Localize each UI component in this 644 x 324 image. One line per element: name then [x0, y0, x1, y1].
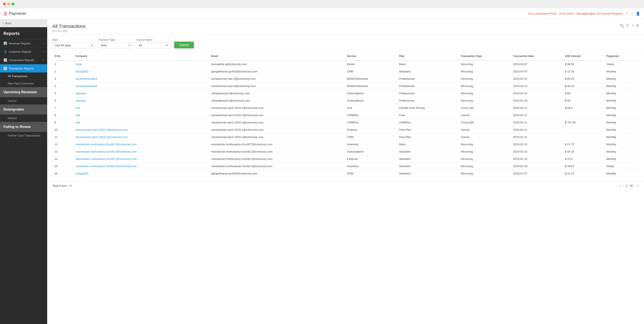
cell-date: 2019-02-11 [511, 126, 563, 133]
sidebar-sub-partner-card[interactable]: Partner Card Transactions [0, 132, 47, 139]
prev-page-icon[interactable]: ‹ [623, 184, 624, 187]
cell-company[interactable]: ramankumardec5 [73, 75, 209, 82]
cell-service: CRM [345, 170, 397, 177]
cell-company[interactable]: eqwwqe [73, 97, 209, 104]
cell-date: 2019-02-22 [511, 75, 563, 82]
sidebar-sub-cancel[interactable]: Cancel [0, 97, 47, 105]
sidebar-sub-refund[interactable]: Refund [0, 115, 47, 122]
col-usd-amount: USD Amount [563, 52, 604, 60]
sidebar-item-revenue-reports[interactable]: 📊 Revenue Reports › [0, 39, 47, 47]
cell-company[interactable]: asd [73, 112, 209, 119]
cell-company[interactable]: ramankumar+jan2.2019.1@zohocorp.com [73, 133, 209, 141]
customer-reports-icon: 👤 [4, 50, 7, 53]
cell-company[interactable]: mariselvam.muthusamy+2oct917@zohocorp.co… [73, 148, 209, 155]
cell-sno: 11 [52, 133, 73, 141]
minimize-button[interactable] [7, 2, 10, 5]
refresh-icon[interactable]: ↻ [626, 23, 629, 28]
window-icon[interactable]: □ [631, 12, 633, 16]
cell-company[interactable]: frssw [73, 60, 209, 68]
cell-payperiod: Monthly [604, 141, 639, 148]
cell-email: mariselvam.muthusamy+2oct917@zohocorp.co… [209, 155, 345, 163]
comparison-reports-icon: 📈 [4, 58, 7, 62]
table-row: 12 mariselvam.muthusamy+2oct917@zohocorp… [52, 141, 639, 148]
cell-service: Subscriptions [345, 90, 397, 97]
transaction-reports-icon: 📉 [4, 67, 7, 70]
app-header: Z Payments Go to Document Portal Price S… [0, 8, 644, 19]
transactions-table: S.No Company Email Service Plan Transact… [52, 52, 639, 177]
cell-plan: Free [397, 112, 459, 119]
cell-company[interactable]: ramankumar+jan2.2019.1@zohocorp.com [73, 126, 209, 133]
cell-service: Subscriptions [345, 148, 397, 155]
cell-company[interactable]: mariselvam.muthusamy+2oct917@zohocorp.co… [73, 141, 209, 148]
cell-plan: Professional [397, 90, 459, 97]
close-button[interactable] [3, 2, 6, 5]
cell-payperiod: Monthly [604, 97, 639, 104]
cell-company[interactable]: Ganga602 [73, 68, 209, 75]
cell-amount: $ 15.23 [563, 68, 604, 75]
cell-company[interactable]: mariselvam.muthusamy+2oct917@zohocorp.co… [73, 155, 209, 163]
cell-company[interactable]: asd [73, 119, 209, 126]
cell-sno: 1 [52, 60, 73, 68]
cell-email: udhayakumar.t@zohocorp.com [209, 90, 345, 97]
sidebar-item-transaction-reports[interactable]: 📉 Transaction Reports ˅ [0, 64, 47, 73]
cell-company[interactable]: ramankumardec5 [73, 82, 209, 90]
table-row: 16 Ganga602 gangadharan.tg+602@zohocorp.… [52, 170, 639, 177]
service-name-select[interactable]: All Books CRM MDMOnDemand Subscriptions [136, 42, 171, 48]
sidebar-item-customer-reports[interactable]: 👤 Customer Reports › [0, 47, 47, 56]
table-row: 13 mariselvam.muthusamy+2oct917@zohocorp… [52, 148, 639, 155]
submit-button[interactable]: Submit [174, 41, 194, 48]
cell-type: Recurring [459, 60, 511, 68]
cell-plan: Professional [397, 97, 459, 104]
help-icon[interactable]: ? [626, 12, 628, 16]
cell-payperiod: Monthly [604, 112, 639, 119]
cell-company[interactable]: mariselvam.muthusamy+2oct917@zohocorp.co… [73, 163, 209, 170]
cell-company[interactable]: asd [73, 104, 209, 112]
sidebar-sub-new-paid-customers[interactable]: New Paid Customers [0, 80, 47, 87]
cell-company[interactable]: eqwwqe [73, 90, 209, 97]
cell-amount: $ 69 [563, 97, 604, 104]
first-page-icon[interactable]: « [620, 184, 621, 187]
cell-sno: 2 [52, 68, 73, 75]
table-row: 4 ramankumardec5 ramankumar+dec.5@zohoco… [52, 82, 639, 90]
doc-portal-link[interactable]: Go to Document Portal [528, 12, 556, 15]
sidebar-section-title: Reports [0, 27, 47, 39]
cell-type: Recurring [459, 90, 511, 97]
cell-amount: $ 69.6 [563, 104, 604, 112]
cell-type: Cross-Sell [459, 119, 511, 126]
cell-date: 2019-02-10 [511, 155, 563, 163]
sidebar-upcoming-renewals[interactable]: Upcoming Renewals [0, 87, 47, 97]
on-premise-link[interactable]: ManageEngine On-Premise Products [577, 12, 623, 15]
next-page-icon[interactable]: › [634, 184, 636, 187]
pagination: « ‹ 1 - 16 › » [620, 184, 639, 187]
cell-payperiod: Yearly [604, 163, 639, 170]
cell-plan: Flexible User Pricing [397, 104, 459, 112]
avatar-icon[interactable]: 👤 [636, 11, 640, 16]
date-filter-select[interactable]: Last 30 Days Last 7 Days Last 60 Days La… [52, 42, 95, 48]
search-icon[interactable]: 🔍 [620, 23, 624, 28]
sidebar-sub-all-transactions[interactable]: All Transactions [0, 73, 47, 80]
chevron-right-icon: › [43, 58, 44, 61]
col-service: Service [345, 52, 397, 60]
payment-type-select[interactable]: Both Online Offline [99, 42, 133, 48]
cell-type: Recurring [459, 170, 511, 177]
grid-icon[interactable]: ⊞ [636, 23, 639, 28]
chevron-right-icon: › [43, 50, 44, 53]
price-sheet-link[interactable]: Price Sheet [559, 12, 574, 15]
back-label: Back [5, 22, 12, 25]
cell-plan: Standard [397, 155, 459, 163]
last-page-icon[interactable]: » [637, 184, 639, 187]
maximize-button[interactable] [12, 2, 14, 5]
back-button[interactable]: ‹ Back [0, 19, 47, 27]
sidebar-item-comparison-reports[interactable]: 📈 Comparison Reports › [0, 56, 47, 64]
cell-sno: 15 [52, 163, 73, 170]
cell-type: Cancel [459, 112, 511, 119]
share-icon[interactable]: ⤴ [632, 24, 634, 28]
sidebar-downgrades[interactable]: Downgrades [0, 105, 47, 115]
cell-plan: CRMPlus [397, 119, 459, 126]
cell-company[interactable]: Ganga602 [73, 170, 209, 177]
cell-sno: 9 [52, 119, 73, 126]
page-title-group: All Transactions (US DC only) [52, 23, 86, 32]
sidebar-failing-to-renew[interactable]: Failing to Renew [0, 122, 47, 132]
cell-plan: Standard [397, 163, 459, 170]
table-row: 10 ramankumar+jan2.2019.1@zohocorp.com r… [52, 126, 639, 133]
